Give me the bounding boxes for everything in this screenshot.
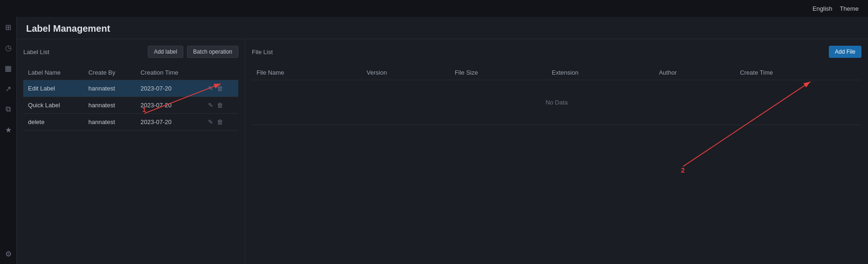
delete-icon[interactable]: 🗑 xyxy=(217,118,223,125)
cell-creation-time: 2023-07-20 xyxy=(136,114,203,131)
label-list-title: Label List xyxy=(23,49,49,56)
left-panel-header: Label List Add label Batch operation xyxy=(23,46,238,58)
col-create-time: Create Time xyxy=(735,65,861,80)
right-panel: File List Add File File Name Version Fil… xyxy=(245,39,868,264)
no-data-message: No Data xyxy=(252,80,861,125)
left-panel-actions: Add label Batch operation xyxy=(148,46,238,58)
col-label-name: Label Name xyxy=(23,65,83,80)
cell-label-name: Edit Label xyxy=(23,80,83,97)
star-icon[interactable]: ★ xyxy=(3,124,14,135)
cell-label-name: Quick Label xyxy=(23,97,83,114)
cell-label-name: delete xyxy=(23,114,83,131)
copy-icon[interactable]: ⧉ xyxy=(3,104,14,115)
file-list-title: File List xyxy=(252,49,273,56)
add-file-button[interactable]: Add File xyxy=(829,46,861,58)
language-selector[interactable]: English xyxy=(812,5,833,12)
batch-operation-button[interactable]: Batch operation xyxy=(187,46,238,58)
cell-row-actions: ✎ 🗑 xyxy=(203,80,238,97)
cell-creation-time: 2023-07-20 xyxy=(136,97,203,114)
page-header: Label Management xyxy=(17,17,868,39)
cell-row-actions: ✎ 🗑 xyxy=(203,114,238,131)
file-table-container: File Name Version File Size Extension Au… xyxy=(252,65,861,257)
cell-creation-time: 2023-07-20 xyxy=(136,80,203,97)
edit-icon[interactable]: ✎ xyxy=(208,118,213,125)
page-title: Label Management xyxy=(26,23,110,34)
col-file-name: File Name xyxy=(252,65,362,80)
left-panel: Label List Add label Batch operation Lab… xyxy=(17,39,245,264)
label-table-container: Label Name Create By Creation Time Edit … xyxy=(23,65,238,257)
col-creation-time: Creation Time xyxy=(136,65,203,80)
chart-icon[interactable]: ▦ xyxy=(3,63,14,74)
label-table: Label Name Create By Creation Time Edit … xyxy=(23,65,238,131)
delete-icon[interactable]: 🗑 xyxy=(217,102,223,109)
edit-icon[interactable]: ✎ xyxy=(208,102,213,109)
settings-icon[interactable]: ⚙ xyxy=(3,248,14,259)
col-file-size: File Size xyxy=(450,65,547,80)
add-label-button[interactable]: Add label xyxy=(148,46,183,58)
sidebar: ⊞ ◷ ▦ ↗ ⧉ ★ ⚙ xyxy=(0,17,17,264)
clock-icon[interactable]: ◷ xyxy=(3,42,14,53)
cell-create-by: hannatest xyxy=(83,97,136,114)
cell-create-by: hannatest xyxy=(83,80,136,97)
col-version: Version xyxy=(362,65,450,80)
cell-row-actions: ✎ 🗑 xyxy=(203,97,238,114)
right-panel-header: File List Add File xyxy=(252,46,861,58)
table-row[interactable]: Quick Label hannatest 2023-07-20 ✎ 🗑 xyxy=(23,97,238,114)
table-row[interactable]: Edit Label hannatest 2023-07-20 ✎ 🗑 xyxy=(23,80,238,97)
delete-icon[interactable]: 🗑 xyxy=(217,85,223,92)
theme-selector[interactable]: Theme xyxy=(840,5,859,12)
col-extension: Extension xyxy=(547,65,654,80)
cell-create-by: hannatest xyxy=(83,114,136,131)
topbar: English Theme xyxy=(0,0,868,17)
file-table: File Name Version File Size Extension Au… xyxy=(252,65,861,125)
table-row[interactable]: delete hannatest 2023-07-20 ✎ 🗑 xyxy=(23,114,238,131)
col-create-by: Create By xyxy=(83,65,136,80)
edit-icon[interactable]: ✎ xyxy=(208,85,213,92)
col-actions xyxy=(203,65,238,80)
layers-icon[interactable]: ⊞ xyxy=(3,21,14,33)
col-author: Author xyxy=(654,65,736,80)
export-icon[interactable]: ↗ xyxy=(3,83,14,94)
